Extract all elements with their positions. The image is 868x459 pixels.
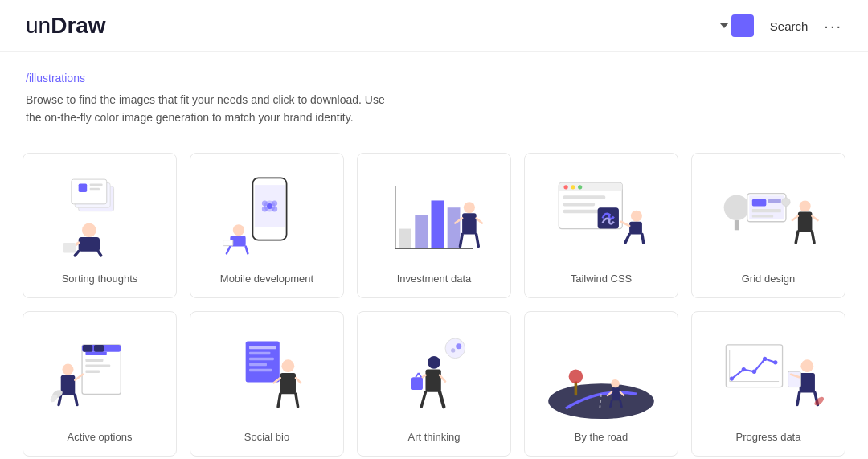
svg-rect-3 <box>79 183 88 192</box>
svg-point-46 <box>631 211 642 222</box>
svg-line-65 <box>812 216 817 220</box>
card-label-progress-data: Progress data <box>736 431 801 443</box>
svg-rect-56 <box>768 199 781 202</box>
svg-line-92 <box>296 378 301 383</box>
more-button[interactable]: ··· <box>824 17 842 35</box>
svg-rect-42 <box>563 195 606 199</box>
svg-rect-86 <box>249 369 272 372</box>
svg-point-51 <box>724 195 750 220</box>
svg-line-104 <box>419 373 422 377</box>
svg-line-32 <box>477 234 479 246</box>
illustration-art-thinking <box>371 325 497 421</box>
svg-point-41 <box>578 185 582 189</box>
svg-line-48 <box>625 234 629 243</box>
svg-rect-67 <box>85 351 106 354</box>
card-art-thinking[interactable]: Art thinking <box>357 311 511 457</box>
svg-rect-73 <box>94 345 104 352</box>
svg-rect-52 <box>735 220 739 230</box>
svg-rect-5 <box>90 187 100 190</box>
svg-line-98 <box>421 391 425 406</box>
card-label-investment-data: Investment data <box>397 273 472 285</box>
svg-point-120 <box>773 360 777 364</box>
svg-point-74 <box>62 363 73 375</box>
svg-point-123 <box>800 359 813 372</box>
card-investment-data[interactable]: Investment data <box>357 153 511 298</box>
card-tailwind-css[interactable]: Tailwind CSS <box>524 153 678 298</box>
svg-point-93 <box>445 338 465 359</box>
card-progress-data[interactable]: Progress data <box>691 311 845 457</box>
svg-line-9 <box>98 251 101 255</box>
svg-rect-84 <box>249 357 274 360</box>
svg-line-63 <box>812 232 814 243</box>
svg-rect-57 <box>752 209 781 212</box>
svg-rect-61 <box>798 211 813 232</box>
svg-rect-27 <box>431 200 444 248</box>
card-sorting-thoughts[interactable]: Sorting thoughts <box>23 153 177 298</box>
gallery-row-2: Active options <box>23 311 845 457</box>
illustration-investment-data <box>371 166 497 263</box>
illustration-tailwind-css <box>538 166 665 263</box>
svg-point-117 <box>742 367 746 371</box>
svg-rect-124 <box>800 373 815 393</box>
svg-rect-2 <box>72 179 107 204</box>
svg-rect-83 <box>249 351 270 354</box>
svg-rect-70 <box>85 370 100 373</box>
svg-rect-24 <box>223 240 233 245</box>
svg-line-90 <box>296 394 298 407</box>
illustration-by-the-road <box>538 325 665 421</box>
svg-rect-30 <box>462 213 477 234</box>
svg-point-6 <box>82 223 96 237</box>
search-button[interactable]: Search <box>764 16 815 36</box>
svg-rect-11 <box>63 243 76 252</box>
hero-description: Browse to find the images that fit your … <box>26 91 411 127</box>
svg-point-118 <box>752 369 756 373</box>
card-label-sorting-thoughts: Sorting thoughts <box>62 273 138 285</box>
svg-point-96 <box>428 356 440 369</box>
svg-line-64 <box>792 216 798 220</box>
card-active-options[interactable]: Active options <box>23 311 177 457</box>
illustration-active-options <box>36 325 163 421</box>
svg-rect-110 <box>612 387 620 400</box>
card-grid-design[interactable]: Grid design <box>691 153 845 298</box>
svg-rect-69 <box>85 364 110 367</box>
svg-rect-88 <box>280 373 296 394</box>
svg-point-109 <box>611 379 620 388</box>
svg-point-87 <box>281 359 294 372</box>
svg-rect-75 <box>61 375 76 395</box>
color-swatch[interactable] <box>731 14 754 37</box>
svg-point-20 <box>233 224 244 236</box>
card-label-social-bio: Social bio <box>244 431 289 443</box>
svg-rect-4 <box>90 183 103 186</box>
svg-rect-7 <box>79 237 100 252</box>
card-by-the-road[interactable]: By the road <box>524 311 678 457</box>
card-mobile-development[interactable]: Mobile development <box>190 153 344 298</box>
card-label-active-options: Active options <box>68 431 133 443</box>
svg-point-40 <box>571 185 575 189</box>
illustration-social-bio <box>203 325 330 421</box>
svg-point-16 <box>262 200 268 206</box>
svg-rect-44 <box>563 210 602 213</box>
illustration-progress-data <box>705 325 832 421</box>
card-social-bio[interactable]: Social bio <box>190 311 344 457</box>
hero-section: /illustrations Browse to find the images… <box>0 52 868 140</box>
svg-rect-68 <box>85 359 103 362</box>
svg-point-95 <box>451 348 455 352</box>
svg-rect-58 <box>752 215 773 218</box>
card-label-mobile-development: Mobile development <box>220 273 313 285</box>
chevron-down-icon[interactable] <box>720 23 728 28</box>
svg-point-116 <box>730 376 734 380</box>
svg-rect-102 <box>411 377 423 390</box>
svg-point-94 <box>456 343 461 349</box>
logo[interactable]: unDraw <box>26 13 106 39</box>
illustration-mobile-development <box>203 166 330 263</box>
svg-point-108 <box>569 369 583 383</box>
svg-line-23 <box>246 246 248 253</box>
svg-rect-72 <box>83 345 92 352</box>
color-picker-wrap <box>720 14 754 37</box>
svg-line-34 <box>477 218 482 223</box>
card-label-tailwind-css: Tailwind CSS <box>571 273 633 285</box>
breadcrumb-path: /illustrations <box>26 72 842 84</box>
svg-rect-55 <box>752 199 767 206</box>
card-label-grid-design: Grid design <box>742 273 795 285</box>
main-header: unDraw Search ··· <box>0 0 868 52</box>
